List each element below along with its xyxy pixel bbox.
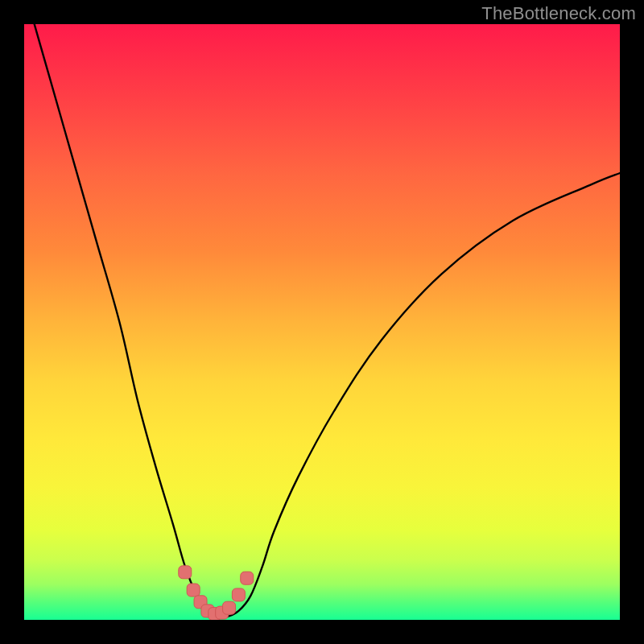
marker-point — [223, 601, 236, 614]
watermark-text: TheBottleneck.com — [481, 3, 636, 24]
chart-svg — [24, 24, 620, 620]
curve-layer — [24, 24, 620, 617]
marker-point — [241, 572, 254, 584]
plot-area — [24, 24, 620, 620]
bottleneck-curve — [24, 24, 620, 617]
outer-frame: TheBottleneck.com — [0, 0, 644, 644]
marker-point — [232, 588, 245, 601]
marker-point — [187, 584, 200, 597]
marker-layer — [179, 566, 254, 620]
marker-point — [179, 566, 192, 579]
